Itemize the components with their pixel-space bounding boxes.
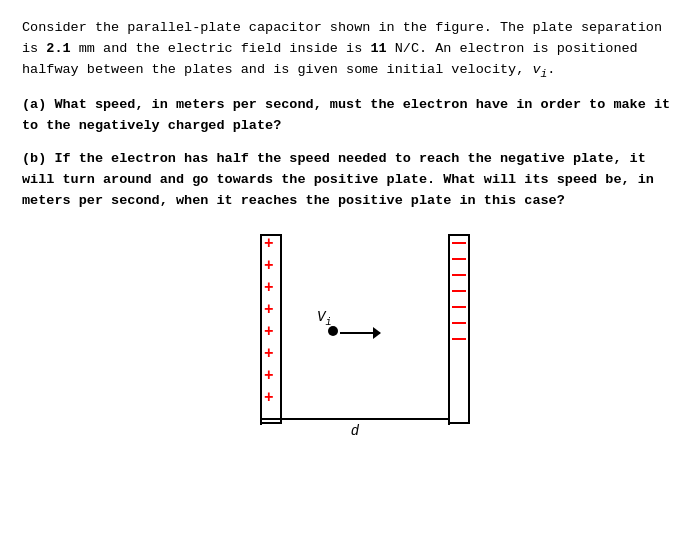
plus-sign-1: + <box>264 236 274 252</box>
part-a: (a) What speed, in meters per second, mu… <box>22 95 678 137</box>
minus-sign-1 <box>452 242 466 244</box>
plus-sign-3: + <box>264 280 274 296</box>
figure: + + + + + + + + Vi <box>22 224 678 444</box>
part-b: (b) If the electron has half the speed n… <box>22 149 678 212</box>
plus-sign-7: + <box>264 368 274 384</box>
velocity-arrow <box>340 332 380 334</box>
plus-sign-5: + <box>264 324 274 340</box>
minus-sign-7 <box>452 338 466 340</box>
minus-signs-container <box>452 238 466 340</box>
capacitor-diagram: + + + + + + + + Vi <box>220 224 480 444</box>
minus-sign-2 <box>452 258 466 260</box>
part-a-label: (a) What speed, in meters per second, mu… <box>22 97 670 133</box>
plus-signs-container: + + + + + + + + <box>264 236 274 406</box>
plus-sign-6: + <box>264 346 274 362</box>
d-line <box>260 418 450 420</box>
v-symbol: Vi <box>317 309 331 325</box>
velocity-label: Vi <box>317 309 331 328</box>
electron-dot <box>328 326 338 336</box>
plus-sign-2: + <box>264 258 274 274</box>
minus-sign-3 <box>452 274 466 276</box>
intro-text: Consider the parallel-plate capacitor sh… <box>22 18 678 83</box>
minus-sign-5 <box>452 306 466 308</box>
d-text: d <box>351 423 359 439</box>
minus-sign-4 <box>452 290 466 292</box>
electron <box>328 326 338 336</box>
plus-sign-8: + <box>264 390 274 406</box>
minus-sign-6 <box>452 322 466 324</box>
part-b-label: (b) If the electron has half the speed n… <box>22 151 654 208</box>
vi-label: vi <box>532 62 547 77</box>
field-val: 11 <box>370 41 386 56</box>
plus-sign-4: + <box>264 302 274 318</box>
plate-sep: 2.1 <box>46 41 70 56</box>
distance-label: d <box>260 418 450 439</box>
